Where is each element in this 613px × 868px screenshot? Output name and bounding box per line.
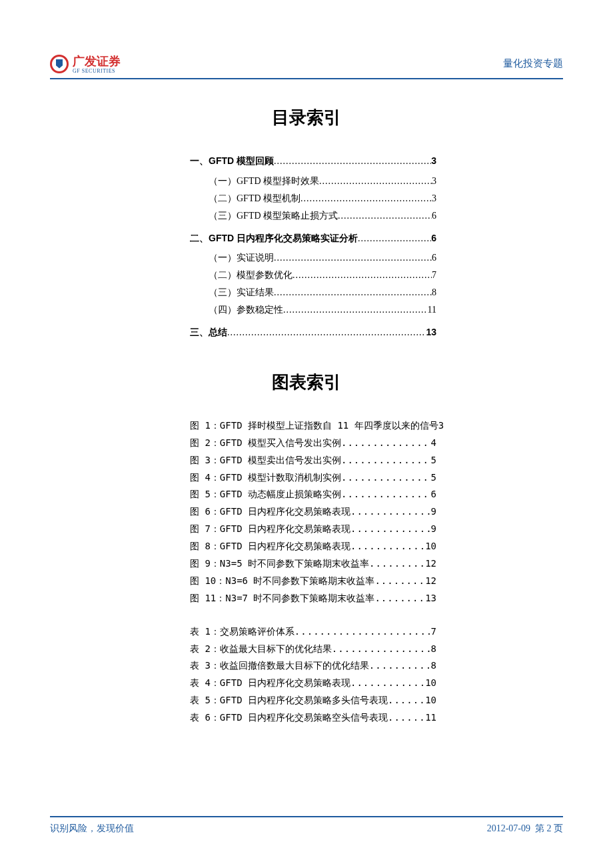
toc-entry: 图 1：GFTD 择时模型上证指数自 11 年四季度以来的信号3 (190, 417, 436, 435)
section-gap (50, 344, 563, 371)
toc-entry: 表 4：GFTD 日内程序化交易策略表现10 (190, 675, 436, 692)
page-footer: 识别风险，发现价值 2012-07-09 第 2 页 (50, 816, 563, 835)
toc-entry: （三）GFTD 模型策略止损方式6 (190, 207, 436, 225)
toc-entry-page: 6 (431, 486, 436, 503)
toc-entry: 图 4：GFTD 模型计数取消机制实例5 (190, 469, 436, 487)
toc-leader (350, 675, 425, 692)
toc-entry-label: 一、GFTD 模型回顾 (190, 153, 274, 170)
toc-entry-label: 表 1：交易策略评价体系 (190, 623, 295, 641)
toc-leader (283, 301, 428, 319)
header-topic: 量化投资专题 (503, 57, 563, 70)
toc-leader (350, 503, 431, 521)
toc-entry-label: 图 10：N3=6 时不同参数下策略期末收益率 (190, 573, 374, 590)
toc-entry-page: 8 (431, 657, 436, 675)
company-logo: 广发证券 GF SECURITIES (50, 53, 121, 74)
toc-entry-label: （二）模型参数优化 (209, 267, 293, 284)
toc-entry-page: 7 (432, 267, 436, 284)
footer-page: 第 2 页 (535, 823, 563, 833)
toc-entry-label: （三）GFTD 模型策略止损方式 (209, 207, 338, 225)
toc-entry: 图 5：GFTD 动态幅度止损策略实例6 (190, 486, 436, 503)
toc-leader (293, 267, 432, 284)
toc-entry-page: 13 (425, 590, 436, 607)
toc-entry-page: 3 (438, 417, 444, 435)
toc-leader (301, 190, 432, 207)
toc-entry-label: 表 6：GFTD 日内程序化交易策略空头信号表现 (190, 709, 388, 727)
figures-title: 图表索引 (50, 371, 563, 394)
toc-leader (338, 207, 432, 225)
toc-entry: 三、总结13 (190, 324, 436, 341)
table-list: 表 1：交易策略评价体系7表 2：收益最大目标下的优化结果8表 3：收益回撤倍数… (50, 623, 563, 727)
toc-leader (374, 573, 425, 590)
toc-leader (369, 555, 425, 573)
toc-entry-page: 8 (432, 284, 436, 301)
toc-entry-label: 图 3：GFTD 模型卖出信号发出实例 (190, 452, 341, 469)
toc-entry-label: 三、总结 (190, 324, 227, 341)
toc-leader (388, 709, 425, 727)
toc-leader (332, 641, 431, 658)
toc-entry: 一、GFTD 模型回顾3 (190, 153, 436, 170)
toc-entry-page: 12 (425, 555, 436, 573)
toc-entry-label: 图 7：GFTD 日内程序化交易策略表现 (190, 521, 350, 538)
toc-entry: 图 2：GFTD 模型买入信号发出实例4 (190, 435, 436, 452)
toc-entry-label: 图 5：GFTD 动态幅度止损策略实例 (190, 486, 341, 503)
toc-leader (358, 230, 431, 247)
toc-entry: （一）GFTD 模型择时效果3 (190, 173, 436, 190)
toc-entry-label: 图 8：GFTD 日内程序化交易策略表现 (190, 538, 350, 555)
figure-list: 图 1：GFTD 择时模型上证指数自 11 年四季度以来的信号3图 2：GFTD… (50, 417, 563, 607)
toc-entry-page: 9 (431, 503, 436, 521)
toc-entry-page: 3 (432, 190, 436, 207)
toc-entry: （一）实证说明6 (190, 249, 436, 267)
toc-entry: 表 2：收益最大目标下的优化结果8 (190, 641, 436, 658)
toc-entry-label: 表 5：GFTD 日内程序化交易策略多头信号表现 (190, 692, 388, 709)
toc-entry-page: 7 (431, 623, 436, 641)
toc-leader (350, 538, 425, 555)
toc-entry-page: 11 (428, 301, 436, 319)
toc-leader (295, 623, 431, 641)
toc-entry-label: 表 3：收益回撤倍数最大目标下的优化结果 (190, 657, 369, 675)
toc-leader (341, 435, 431, 452)
toc-leader (274, 249, 432, 267)
toc-entry: 图 11：N3=7 时不同参数下策略期末收益率13 (190, 590, 436, 607)
toc-entry-page: 12 (425, 573, 436, 590)
toc-entry: 图 3：GFTD 模型卖出信号发出实例5 (190, 452, 436, 469)
footer-right: 2012-07-09 第 2 页 (487, 823, 563, 835)
toc-entry-page: 3 (432, 173, 436, 190)
toc-leader (319, 173, 432, 190)
toc-leader (274, 284, 432, 301)
toc-entry-page: 5 (431, 452, 436, 469)
toc-entry: （二）模型参数优化7 (190, 267, 436, 284)
toc-leader (388, 692, 425, 709)
toc-entry: 图 7：GFTD 日内程序化交易策略表现9 (190, 521, 436, 538)
toc-leader (274, 153, 431, 170)
toc-entry: （二）GFTD 模型机制3 (190, 190, 436, 207)
toc-entry-label: 图 9：N3=5 时不同参数下策略期末收益率 (190, 555, 369, 573)
toc-entry-page: 10 (425, 675, 436, 692)
toc-leader (341, 486, 431, 503)
toc-entry-label: （四）参数稳定性 (209, 301, 283, 319)
toc-leader (227, 324, 426, 341)
page-header: 广发证券 GF SECURITIES 量化投资专题 (50, 53, 563, 79)
toc-entry-label: （二）GFTD 模型机制 (209, 190, 301, 207)
toc-entry: 表 5：GFTD 日内程序化交易策略多头信号表现10 (190, 692, 436, 709)
toc-entry-page: 10 (425, 692, 436, 709)
logo-cn: 广发证券 (73, 55, 121, 68)
toc-entry: 图 9：N3=5 时不同参数下策略期末收益率12 (190, 555, 436, 573)
toc-leader (374, 590, 425, 607)
toc-entry-label: （一）实证说明 (209, 249, 274, 267)
toc-entry-page: 6 (432, 207, 436, 225)
toc-entry-label: 图 11：N3=7 时不同参数下策略期末收益率 (190, 590, 374, 607)
toc-entry-page: 3 (431, 153, 436, 170)
toc-entry: 表 6：GFTD 日内程序化交易策略空头信号表现11 (190, 709, 436, 727)
toc-leader (341, 452, 431, 469)
toc-entry-label: 表 4：GFTD 日内程序化交易策略表现 (190, 675, 350, 692)
page-container: 广发证券 GF SECURITIES 量化投资专题 目录索引 一、GFTD 模型… (0, 0, 613, 868)
toc-entry: 图 6：GFTD 日内程序化交易策略表现9 (190, 503, 436, 521)
logo-en: GF SECURITIES (73, 68, 121, 74)
logo-text-block: 广发证券 GF SECURITIES (73, 53, 121, 74)
toc-list: 一、GFTD 模型回顾3（一）GFTD 模型择时效果3（二）GFTD 模型机制3… (50, 153, 563, 341)
toc-entry-label: （三）实证结果 (209, 284, 274, 301)
toc-entry-page: 4 (431, 435, 436, 452)
toc-entry-label: 图 1：GFTD 择时模型上证指数自 11 年四季度以来的信号 (190, 417, 438, 435)
toc-entry: （三）实证结果8 (190, 284, 436, 301)
toc-entry-page: 6 (432, 249, 436, 267)
